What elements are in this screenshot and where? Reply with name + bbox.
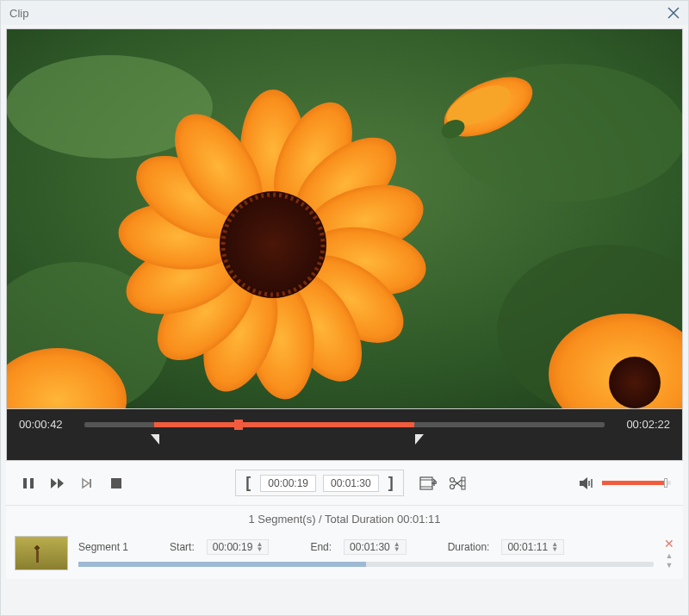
segment-name: Segment 1 [78, 541, 128, 553]
timeline: 00:00:42 00:02:22 [6, 409, 683, 461]
svg-point-27 [220, 191, 326, 298]
fast-forward-icon [51, 477, 65, 489]
segment-end-value: 00:01:30 [350, 541, 390, 553]
volume-thumb[interactable] [664, 478, 667, 488]
volume-slider[interactable] [602, 481, 671, 485]
svg-marker-30 [415, 434, 424, 445]
segment-duration-field[interactable]: 00:01:11 ▲▼ [501, 539, 564, 555]
svg-marker-29 [151, 434, 159, 445]
clip-range-group: [ 00:00:19 00:01:30 ] [235, 470, 403, 496]
svg-rect-31 [23, 478, 27, 488]
marker-out-icon[interactable] [415, 434, 424, 445]
timeline-playhead[interactable] [234, 420, 243, 430]
mark-in-button[interactable]: [ [243, 474, 253, 492]
cut-button[interactable] [447, 473, 468, 494]
video-preview-container [6, 28, 683, 409]
segment-progress-fill [78, 562, 366, 567]
svg-marker-52 [580, 477, 587, 489]
svg-marker-33 [51, 478, 57, 488]
volume-control [576, 473, 671, 494]
volume-fill [602, 481, 664, 485]
segment-end-field[interactable]: 00:01:30 ▲▼ [344, 539, 407, 555]
timeline-current-time: 00:00:42 [19, 418, 76, 431]
svg-rect-32 [30, 478, 34, 488]
segments-summary: 1 Segment(s) / Total Duration 00:01:11 [6, 506, 683, 531]
add-segment-icon [419, 476, 437, 490]
window-title: Clip [9, 7, 667, 20]
fast-forward-button[interactable] [47, 473, 68, 494]
svg-rect-49 [462, 477, 465, 489]
segment-thumbnail[interactable] [15, 536, 68, 570]
segment-delete-button[interactable]: ✕ [664, 537, 674, 551]
svg-marker-35 [83, 479, 89, 488]
segment-move-up-button[interactable]: ▲ [666, 552, 673, 560]
svg-point-45 [450, 477, 454, 482]
pause-icon [22, 477, 34, 489]
volume-icon [580, 477, 593, 489]
segment-move-down-button[interactable]: ▼ [666, 562, 673, 569]
svg-rect-36 [90, 479, 91, 488]
svg-point-11 [609, 357, 661, 408]
clip-in-time[interactable]: 00:00:19 [260, 475, 316, 492]
segment-start-field[interactable]: 00:00:19 ▲▼ [207, 539, 270, 555]
segment-start-label: Start: [170, 541, 195, 553]
svg-point-46 [450, 484, 454, 488]
svg-line-48 [454, 480, 462, 486]
segment-end-label: End: [310, 541, 332, 553]
marker-in-icon[interactable] [151, 434, 159, 445]
svg-rect-37 [111, 478, 121, 488]
segment-row[interactable]: Segment 1 Start: 00:00:19 ▲▼ End: 00:01:… [15, 536, 674, 570]
stop-icon [111, 478, 121, 488]
controls-bar: [ 00:00:19 00:01:30 ] [6, 461, 683, 506]
segment-actions: ✕ ▲ ▼ [664, 537, 674, 569]
clip-out-time[interactable]: 00:01:30 [323, 475, 379, 492]
svg-rect-38 [420, 477, 432, 489]
pause-button[interactable] [18, 473, 39, 494]
segment-start-value: 00:00:19 [213, 541, 253, 553]
timeline-total-time: 00:02:22 [613, 418, 670, 431]
video-preview[interactable] [7, 29, 682, 408]
segment-duration-value: 00:01:11 [507, 541, 548, 553]
volume-button[interactable] [576, 473, 597, 494]
stepper-icon[interactable]: ▲▼ [394, 542, 400, 552]
timeline-track[interactable] [84, 422, 605, 427]
add-segment-button[interactable] [418, 473, 438, 494]
next-frame-button[interactable] [77, 473, 97, 494]
mark-out-button[interactable]: ] [386, 474, 396, 492]
stop-button[interactable] [106, 473, 127, 494]
close-button[interactable] [667, 7, 680, 19]
segment-main: Segment 1 Start: 00:00:19 ▲▼ End: 00:01:… [78, 539, 654, 567]
stepper-icon[interactable]: ▲▼ [256, 542, 263, 552]
close-icon [667, 7, 680, 19]
svg-marker-34 [58, 478, 64, 488]
segment-progress-track[interactable] [78, 562, 654, 567]
cut-icon [449, 476, 466, 490]
titlebar: Clip [1, 1, 688, 25]
stepper-icon[interactable]: ▲▼ [551, 542, 558, 552]
timeline-selection[interactable] [154, 422, 414, 427]
next-frame-icon [81, 477, 93, 489]
segments-list: Segment 1 Start: 00:00:19 ▲▼ End: 00:01:… [6, 531, 683, 579]
svg-line-47 [454, 481, 462, 487]
segment-duration-label: Duration: [448, 541, 490, 553]
